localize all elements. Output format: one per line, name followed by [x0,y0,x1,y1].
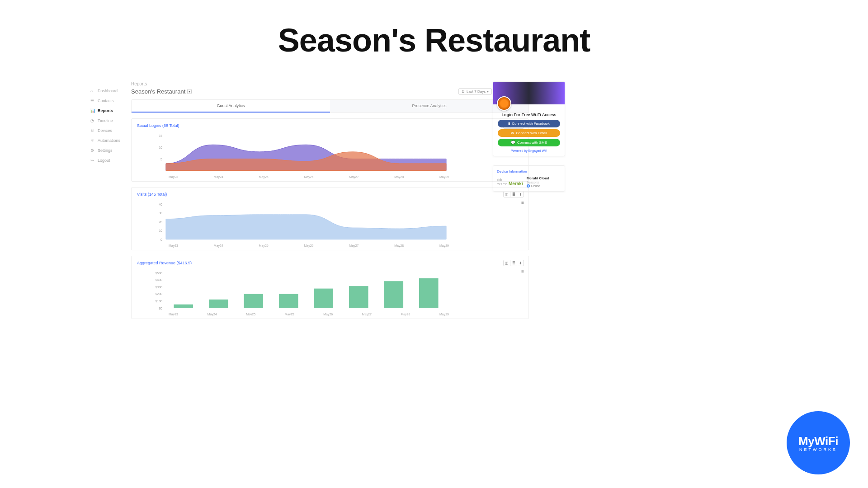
svg-text:10: 10 [159,229,162,232]
device-subtitle: Seasons [527,181,549,184]
svg-text:15: 15 [159,134,162,137]
right-column: Login For Free Wi-Fi Access ▮Connect wit… [493,81,565,192]
analytics-tabs: Guest AnalyticsPresence Analytics [131,99,529,113]
venue-name-text: Season's Restaurant [131,88,185,95]
calendar-icon: 🗓 [462,89,465,94]
chart-card-2: Aggregated Revenue ($416.5)◫≣⬇≡$0$100$20… [131,256,529,319]
svg-text:0: 0 [160,238,162,241]
sidebar-item-label: Dashboard [98,89,118,93]
svg-rect-17 [174,305,193,308]
sidebar: ⌂Dashboard☰Contacts📊Reports◔Timeline≋Dev… [90,86,129,165]
sidebar-item-label: Settings [98,148,113,153]
chart-download-button[interactable]: ⬇ [517,260,524,266]
svg-rect-22 [349,286,368,308]
chart-card-0: Social Logins (68 Total)◫≣⬇≡51015May23Ma… [131,118,529,182]
chart-plot: 51015May23May24May25May26May27May28May29 [137,131,523,178]
svg-rect-21 [314,289,333,308]
main-content: Reports Season's Restaurant ▾ 🗓 Last 7 D… [131,81,529,334]
login-panel-title: Login For Free Wi-Fi Access [497,113,561,117]
chart-plot: 010203040May23May24May25May26May27May28M… [137,200,523,247]
chart-title: Aggregated Revenue ($416.5) [137,261,523,265]
connect-button-fb[interactable]: ▮Connect with Facebook [498,120,560,127]
chevron-down-icon: ▾ [487,89,489,94]
sidebar-item-dashboard[interactable]: ⌂Dashboard [90,86,129,96]
sidebar-item-label: Contacts [98,99,114,103]
connect-icon: 💬 [511,141,515,145]
device-status: Online [527,184,549,188]
chart-toolbar: ◫≣⬇ [504,191,524,197]
sidebar-item-label: Devices [98,128,112,133]
svg-text:40: 40 [159,203,162,206]
section-label: Reports [131,81,529,86]
sidebar-item-settings[interactable]: ⚙Settings [90,145,129,155]
svg-rect-23 [384,281,403,308]
chart-card-1: Visits (145 Total)◫≣⬇≡010203040May23May2… [131,187,529,250]
sidebar-item-automations[interactable]: ⚛Automations [90,136,129,145]
svg-text:20: 20 [159,221,162,224]
sidebar-item-label: Reports [98,108,113,113]
wifi-login-panel: Login For Free Wi-Fi Access ▮Connect wit… [493,81,565,156]
brand-subtitle: NETWORKS [799,447,837,452]
connect-icon: ▮ [508,122,510,126]
sidebar-icon: ⌂ [90,89,95,93]
connect-button-sm[interactable]: 💬Connect with SMS [498,139,560,146]
sidebar-icon: ⚛ [90,138,95,143]
chart-title: Visits (145 Total) [137,192,523,197]
device-name: Meraki Cloud [527,176,549,180]
sidebar-item-timeline[interactable]: ◔Timeline [90,116,129,126]
sidebar-icon: ◔ [90,118,95,123]
sidebar-item-logout[interactable]: ↪Logout [90,155,129,165]
chart-view-table-button[interactable]: ≣ [510,191,517,197]
chart-view-chart-button[interactable]: ◫ [503,191,510,197]
sidebar-item-devices[interactable]: ≋Devices [90,126,129,136]
page-heading: Season's Restaurant [0,22,868,59]
venue-logo [497,96,511,111]
device-info-panel: Device Information ılıılı cisco Meraki M… [493,165,565,192]
sidebar-item-label: Logout [98,158,110,163]
chart-toolbar: ◫≣⬇ [504,260,524,266]
svg-text:$200: $200 [155,292,162,296]
svg-rect-20 [279,294,298,308]
chart-menu-button[interactable]: ≡ [521,269,524,274]
chart-download-button[interactable]: ⬇ [517,191,524,197]
svg-text:$100: $100 [155,300,162,303]
svg-rect-19 [244,294,263,308]
connect-button-em[interactable]: ✉Connect with Email [498,129,560,137]
vendor-logo: ılıılı cisco Meraki [497,178,523,186]
sidebar-icon: ↪ [90,158,95,163]
chart-xaxis: May23May24May25May26May27May28May29 [169,244,449,247]
chart-menu-button[interactable]: ≡ [521,200,524,205]
connect-label: Connect with Facebook [512,122,550,126]
connect-label: Connect with Email [516,131,547,135]
svg-text:$500: $500 [155,272,162,275]
svg-text:$300: $300 [155,286,162,289]
chart-xaxis: May23May24May25May26May27May28May29 [169,175,449,178]
connect-icon: ✉ [511,131,514,135]
chart-plot: $0$100$200$300$400$500May23May24May25May… [137,269,523,316]
svg-text:$0: $0 [159,307,162,310]
svg-rect-18 [209,300,228,308]
sidebar-icon: ⚙ [90,148,95,153]
chevron-down-icon: ▾ [187,89,192,94]
chart-view-table-button[interactable]: ≣ [510,260,517,266]
venue-selector[interactable]: Season's Restaurant ▾ [131,88,192,95]
sidebar-item-label: Timeline [98,118,113,123]
sidebar-icon: 📊 [90,108,95,113]
chart-view-chart-button[interactable]: ◫ [503,260,510,266]
svg-text:$400: $400 [155,278,162,282]
device-panel-heading: Device Information [497,169,561,174]
chart-xaxis: May23May24May25May25May26May27May28May29 [169,313,449,316]
status-dot-icon [527,184,530,188]
sidebar-item-label: Automations [98,138,120,143]
tab-guest-analytics[interactable]: Guest Analytics [132,100,330,113]
date-range-picker[interactable]: 🗓 Last 7 Days ▾ [458,88,492,95]
sidebar-item-reports[interactable]: 📊Reports [90,106,129,116]
powered-by-link[interactable]: Powered by Engaged Wifi [493,149,565,152]
connect-label: Connect with SMS [517,141,547,145]
sidebar-item-contacts[interactable]: ☰Contacts [90,96,129,106]
svg-rect-24 [419,278,439,308]
brand-name: MyWiFi [798,434,838,448]
svg-text:10: 10 [159,146,162,149]
date-range-label: Last 7 Days [467,89,486,94]
login-hero-image [493,82,565,104]
